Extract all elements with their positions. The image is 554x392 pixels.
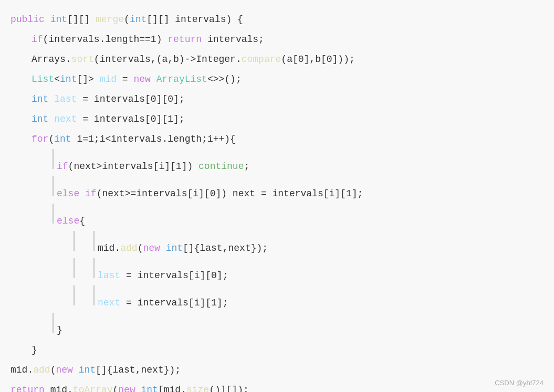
code-token: [mid. [158, 380, 186, 392]
code-token: = [117, 69, 133, 89]
code-token: int [32, 89, 54, 109]
code-token: new [56, 360, 78, 380]
code-token: else [57, 211, 79, 231]
code-token: next [98, 293, 120, 313]
code-token: intervals; [207, 29, 264, 49]
code-token: last [98, 266, 120, 285]
code-token: ( [112, 380, 118, 392]
code-token: mid [100, 69, 117, 89]
code-line: else{ [11, 204, 543, 231]
code-token: } [32, 340, 37, 360]
code-token: (next>=intervals[i][0]) next = intervals… [97, 184, 363, 204]
code-token: { [79, 211, 85, 231]
code-token: = intervals[0][1]; [77, 109, 184, 129]
code-token: ( [50, 360, 56, 380]
vertical-bar [93, 285, 95, 305]
code-line: if(intervals.length==1) return intervals… [11, 29, 543, 49]
code-block: public int[][] merge(int[][] intervals) … [0, 5, 554, 392]
code-token: int [130, 9, 147, 29]
code-token: int [50, 9, 67, 29]
code-line: mid.add(new int[]{last,next}); [11, 231, 543, 258]
code-token: merge [96, 9, 124, 29]
code-line: } [11, 340, 543, 360]
code-token: add [120, 238, 137, 258]
code-token: last [54, 89, 77, 109]
code-token: mid. [11, 360, 33, 380]
code-token: new [118, 380, 141, 392]
code-token: sort [71, 49, 94, 69]
code-token: else [57, 184, 85, 204]
code-token: return [168, 29, 207, 49]
code-token: List [32, 69, 54, 89]
code-token: if [57, 156, 68, 176]
code-token: new [133, 69, 156, 89]
vertical-bar [53, 176, 54, 196]
code-line: public int[][] merge(int[][] intervals) … [11, 9, 543, 29]
vertical-bar [53, 204, 54, 224]
code-line: List<int[]> mid = new ArrayList<>>(); [11, 69, 543, 89]
code-token: ()][]); [209, 380, 249, 392]
code-token: < [54, 69, 60, 89]
code-token: = intervals[0][0]; [77, 89, 184, 109]
code-token: = intervals[i][0]; [120, 266, 228, 285]
code-line: int next = intervals[0][1]; [11, 109, 543, 129]
code-token: ; [244, 156, 249, 176]
code-line: } [11, 313, 543, 340]
vertical-bar [53, 313, 54, 333]
code-token: return [11, 380, 50, 392]
code-token: (next>intervals[i][1]) [68, 156, 198, 176]
code-line: Arrays.sort(intervals,(a,b)->Integer.com… [11, 49, 543, 69]
code-token: mid. [98, 238, 120, 258]
code-container: public int[][] merge(int[][] intervals) … [0, 0, 554, 392]
code-token: if [85, 184, 97, 204]
watermark: CSDN @yht724 [495, 379, 543, 387]
code-token: int [54, 129, 77, 149]
code-token: new [143, 238, 165, 258]
code-token: int [141, 380, 158, 392]
code-token: (intervals.length==1) [43, 29, 168, 49]
code-token: mid. [50, 380, 73, 392]
code-token: i=1;i<intervals.length;i++){ [77, 129, 235, 149]
code-token: add [33, 360, 50, 380]
vertical-bar [74, 231, 75, 251]
vertical-bar [93, 231, 95, 251]
code-token: ( [124, 9, 130, 29]
code-token: public [11, 9, 50, 29]
code-token: (a[0],b[0])); [281, 49, 354, 69]
code-line: next = intervals[i][1]; [11, 285, 543, 313]
code-token: int [166, 238, 183, 258]
code-token: Arrays. [32, 49, 71, 69]
code-line: return mid.toArray(new int[mid.size()][]… [11, 380, 543, 392]
code-token: if [32, 29, 43, 49]
code-token: toArray [73, 380, 113, 392]
code-token: ( [138, 238, 143, 258]
code-token: ( [48, 129, 54, 149]
code-line: mid.add(new int[]{last,next}); [11, 360, 543, 380]
code-token: size [186, 380, 209, 392]
code-token: <>>(); [207, 69, 242, 89]
code-token: next [54, 109, 77, 129]
code-token: []> [77, 69, 99, 89]
code-token: []{last,next}); [183, 238, 268, 258]
code-token: []{last,next}); [96, 360, 181, 380]
code-token: [][] intervals) { [147, 9, 243, 29]
code-token: (intervals,(a,b)->Integer. [94, 49, 242, 69]
code-token: compare [242, 49, 281, 69]
code-line: for(int i=1;i<intervals.length;i++){ [11, 129, 543, 149]
code-token: continue [198, 156, 244, 176]
code-token: int [32, 109, 54, 129]
code-token: = intervals[i][1]; [120, 293, 228, 313]
vertical-bar [74, 258, 75, 278]
code-line: else if(next>=intervals[i][0]) next = in… [11, 176, 543, 204]
code-line: last = intervals[i][0]; [11, 258, 543, 285]
code-token: int [79, 360, 96, 380]
code-line: if(next>intervals[i][1]) continue; [11, 149, 543, 176]
vertical-bar [53, 149, 54, 169]
code-line: int last = intervals[0][0]; [11, 89, 543, 109]
vertical-bar [74, 285, 75, 305]
code-token: [][] [67, 9, 96, 29]
vertical-bar [93, 258, 95, 278]
code-token: for [32, 129, 48, 149]
code-token: ArrayList [156, 69, 207, 89]
code-token: } [57, 320, 62, 340]
